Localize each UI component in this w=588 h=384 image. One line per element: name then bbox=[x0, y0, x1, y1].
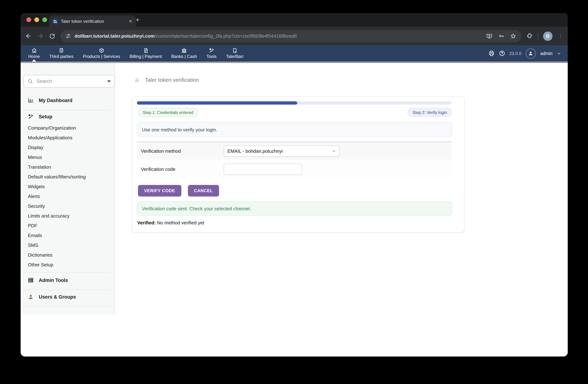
search-dropdown-caret-icon[interactable] bbox=[107, 80, 111, 82]
sidebar-item-alerts[interactable]: Alerts bbox=[28, 194, 40, 199]
step1-badge: Step 1: Credentials entered bbox=[138, 108, 198, 117]
nav-item-third-parties[interactable]: Third parties bbox=[44, 45, 78, 61]
sidebar-section-admin-tools[interactable]: Admin Tools bbox=[28, 277, 68, 283]
setup-tools-icon bbox=[28, 114, 34, 120]
nav-item-billing-payment[interactable]: Billing | Payment bbox=[125, 45, 167, 61]
verification-code-input[interactable] bbox=[224, 163, 302, 175]
sidebar-item-my-dashboard[interactable]: My Dashboard bbox=[28, 97, 72, 103]
info-message: Use one method to verify your login. bbox=[137, 122, 452, 137]
chevron-down-icon[interactable] bbox=[557, 51, 561, 56]
browser-tab[interactable]: D Taler token verification bbox=[49, 16, 136, 27]
success-message: Verification code sent. Check your selec… bbox=[137, 201, 452, 216]
bookmark-star-icon[interactable] bbox=[510, 33, 516, 39]
desktop-background: D Taler token verification dolibarr.tuto… bbox=[0, 0, 588, 384]
sidebar-item-dictionaries[interactable]: Dictionaries bbox=[28, 252, 52, 258]
sidebar-divider bbox=[23, 306, 110, 306]
sidebar-item-company-organization[interactable]: Company/Organization bbox=[28, 125, 76, 131]
help-icon[interactable] bbox=[499, 50, 505, 57]
minimize-window-button[interactable] bbox=[34, 17, 39, 22]
search-icon bbox=[27, 79, 33, 84]
select-chevron-icon bbox=[332, 149, 336, 153]
sidebar-divider bbox=[23, 110, 110, 110]
install-app-icon[interactable] bbox=[486, 33, 492, 39]
sidebar-divider bbox=[23, 289, 110, 290]
invoice-icon bbox=[143, 48, 148, 53]
verify-code-button[interactable]: VERIFY CODE bbox=[138, 185, 181, 197]
sidebar-section-users-groups[interactable]: Users & Groups bbox=[28, 294, 76, 300]
building-icon bbox=[59, 48, 64, 53]
sidebar-item-sms[interactable]: SMS bbox=[28, 243, 38, 248]
menu-dots-icon[interactable] bbox=[558, 33, 563, 39]
sidebar-item-display[interactable]: Display bbox=[28, 145, 43, 150]
sidebar-item-widgets[interactable]: Widgets bbox=[28, 184, 45, 189]
maximize-window-button[interactable] bbox=[42, 17, 47, 22]
progress-fill bbox=[137, 101, 297, 105]
server-icon bbox=[28, 277, 34, 283]
nav-item-banks-cash[interactable]: Banks | Cash bbox=[167, 45, 202, 61]
sidebar-item-translation[interactable]: Translation bbox=[28, 164, 51, 170]
progress-bar bbox=[137, 101, 452, 105]
table-row-code: Verification code bbox=[137, 160, 452, 178]
left-sidebar: My Dashboard Setup Company/Organization … bbox=[21, 63, 115, 315]
search-input[interactable] bbox=[36, 78, 104, 84]
nav-item-products-services[interactable]: Products | Services bbox=[78, 45, 125, 61]
cancel-button[interactable]: CANCEL bbox=[188, 185, 219, 197]
page-title: Taler token verification bbox=[134, 77, 199, 83]
verification-method-select[interactable]: EMAIL - bohdan.potuzhnyi bbox=[224, 145, 340, 157]
sidebar-item-emails[interactable]: Emails bbox=[28, 233, 42, 238]
nav-item-tools[interactable]: Tools bbox=[202, 45, 221, 61]
profile-avatar[interactable]: B bbox=[543, 31, 552, 41]
address-bar[interactable]: dolibarr.tutorial.taler.potuzhnyi.com/cu… bbox=[61, 30, 521, 42]
lock-icon bbox=[134, 77, 140, 83]
verified-status: Verified: No method verified yet bbox=[137, 220, 204, 225]
back-icon[interactable] bbox=[25, 33, 32, 40]
browser-toolbar: dolibarr.tutorial.taler.potuzhnyi.com/cu… bbox=[21, 27, 568, 45]
browser-window: D Taler token verification dolibarr.tuto… bbox=[21, 13, 568, 357]
close-tab-icon[interactable] bbox=[128, 19, 132, 23]
tools-icon bbox=[209, 48, 214, 53]
forward-icon[interactable] bbox=[37, 33, 44, 40]
extensions-puzzle-icon[interactable] bbox=[526, 33, 533, 39]
sidebar-item-limits-accuracy[interactable]: Limits and accuracy bbox=[28, 213, 69, 219]
dashboard-chart-icon bbox=[28, 97, 34, 103]
user-avatar-icon[interactable] bbox=[526, 48, 536, 59]
window-controls bbox=[26, 17, 47, 22]
dolibarr-top-menu: Home Third parties Products | Services B… bbox=[21, 45, 568, 61]
sidebar-item-other-setup[interactable]: Other Setup bbox=[28, 262, 53, 267]
sidebar-divider bbox=[23, 272, 110, 273]
nav-item-home[interactable]: Home bbox=[23, 45, 44, 61]
sidebar-item-default-values[interactable]: Default values/filters/sorting bbox=[28, 174, 86, 180]
nav-item-talerbarr[interactable]: TalerBarr bbox=[221, 45, 248, 61]
sidebar-item-modules-applications[interactable]: Modules/Applications bbox=[28, 135, 72, 141]
verification-form: Verification method EMAIL - bohdan.potuz… bbox=[137, 141, 452, 178]
page-body: My Dashboard Setup Company/Organization … bbox=[21, 63, 568, 357]
table-row-method: Verification method EMAIL - bohdan.potuz… bbox=[137, 142, 452, 160]
tab-strip: D Taler token verification bbox=[21, 13, 568, 27]
password-key-icon[interactable] bbox=[498, 33, 504, 39]
sidebar-item-security[interactable]: Security bbox=[28, 203, 45, 209]
dolibarr-favicon-icon: D bbox=[52, 18, 58, 24]
sidebar-item-menus[interactable]: Menus bbox=[28, 155, 42, 160]
close-window-button[interactable] bbox=[26, 17, 31, 22]
bank-icon bbox=[181, 48, 187, 53]
sidebar-item-pdf[interactable]: PDF bbox=[28, 223, 37, 228]
users-icon bbox=[28, 294, 34, 300]
toolbar-divider bbox=[538, 32, 538, 40]
print-icon[interactable] bbox=[488, 50, 494, 57]
menu-bottom-divider bbox=[21, 61, 568, 63]
sidebar-search[interactable] bbox=[23, 75, 115, 88]
verified-value: No method verified yet bbox=[157, 220, 204, 225]
active-menu-marker bbox=[32, 59, 36, 61]
url-text: dolibarr.tutorial.taler.potuzhnyi.com/cu… bbox=[75, 33, 483, 39]
tab-title: Taler token verification bbox=[61, 19, 126, 24]
code-label: Verification code bbox=[137, 166, 224, 172]
site-settings-icon[interactable] bbox=[65, 33, 71, 39]
step2-badge: Step 2: Verify login bbox=[408, 108, 452, 117]
user-name[interactable]: admin bbox=[540, 51, 552, 56]
sidebar-section-setup[interactable]: Setup bbox=[28, 114, 52, 120]
verification-card: Step 1: Credentials entered Step 2: Veri… bbox=[132, 96, 464, 233]
talerbarr-module-icon bbox=[232, 48, 237, 53]
reload-icon[interactable] bbox=[49, 33, 55, 39]
new-tab-button[interactable] bbox=[135, 17, 140, 22]
version-label: 23.0.0 bbox=[509, 51, 521, 56]
